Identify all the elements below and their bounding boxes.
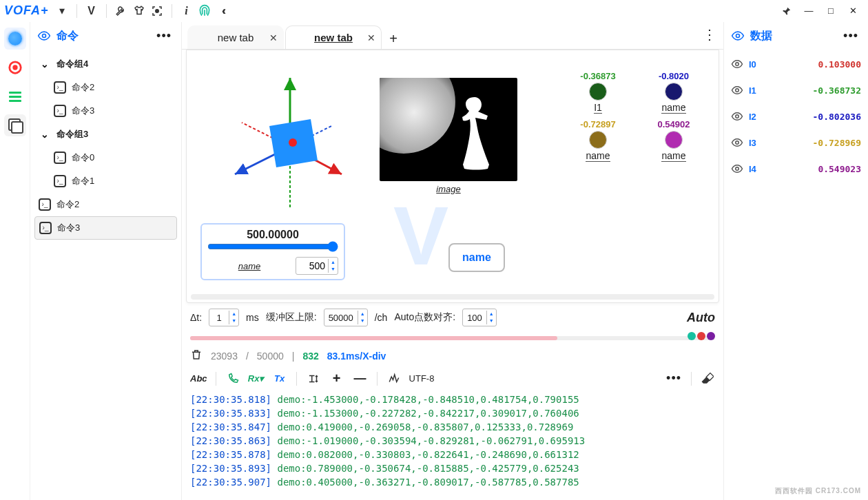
step-up-icon[interactable]: ▲: [358, 311, 367, 317]
data-row[interactable]: I40.549023: [731, 158, 861, 179]
eye-icon[interactable]: [731, 136, 743, 149]
timeline[interactable]: [190, 332, 715, 344]
chevrons-left-icon[interactable]: ‹‹‹: [214, 2, 231, 20]
data-value: -0.802036: [772, 112, 861, 122]
step-down-icon[interactable]: ▼: [358, 317, 367, 324]
tab[interactable]: new tab✕: [187, 25, 284, 49]
wave-icon[interactable]: [386, 371, 402, 387]
widget-image[interactable]: image: [373, 78, 524, 194]
maximize-button[interactable]: □: [820, 1, 842, 21]
phone-icon[interactable]: [225, 371, 241, 387]
tree-item[interactable]: ›_命令2: [34, 193, 177, 216]
step-down-icon[interactable]: ▼: [487, 317, 496, 324]
fingerprint-icon[interactable]: [196, 2, 214, 20]
dt-input[interactable]: 1 ▲▼: [209, 309, 239, 326]
tree-group[interactable]: ⌄命令组4: [34, 52, 177, 76]
wrench-icon[interactable]: [112, 2, 130, 20]
minus-button[interactable]: —: [352, 371, 369, 387]
eye-icon[interactable]: [731, 84, 743, 96]
tab-menu-button[interactable]: ⋮: [703, 26, 716, 43]
tree-item[interactable]: ›_命令2: [34, 76, 177, 99]
color-dot[interactable]: -0.36873I1: [567, 71, 629, 114]
tx-button[interactable]: Tx: [271, 371, 288, 387]
timeline-markers: [688, 332, 715, 340]
step-up-icon[interactable]: ▲: [487, 311, 496, 317]
color-dot[interactable]: 0.54902name: [643, 119, 705, 162]
color-dot[interactable]: -0.8020name: [643, 71, 705, 114]
separator: [216, 372, 216, 386]
tab-close-button[interactable]: ✕: [269, 32, 278, 43]
step-up-icon[interactable]: ▲: [229, 311, 238, 317]
target-icon[interactable]: [148, 2, 166, 20]
rx-button[interactable]: Rx▾: [248, 371, 265, 387]
workspace: new tab✕new tab✕+ ⋮: [182, 22, 723, 500]
close-button[interactable]: ✕: [842, 1, 864, 21]
tree-item[interactable]: ›_命令1: [34, 169, 177, 193]
trash-icon: [190, 348, 203, 361]
widget-3d-axes[interactable]: [221, 71, 359, 222]
v-tool-icon[interactable]: V: [83, 2, 101, 20]
rail-home-button[interactable]: [4, 28, 26, 50]
dropdown-icon[interactable]: ▾: [53, 2, 71, 20]
info-icon[interactable]: i: [178, 2, 196, 20]
rail-menu-button[interactable]: [4, 85, 26, 107]
name-button[interactable]: name: [448, 243, 505, 272]
abc-toggle[interactable]: Abc: [190, 373, 207, 384]
slider-number-input[interactable]: ▲▼: [296, 257, 338, 275]
rail-stack-button[interactable]: [4, 114, 26, 136]
canvas-h-scrollbar[interactable]: [191, 294, 714, 300]
rail-record-button[interactable]: [4, 56, 26, 79]
canvas[interactable]: V image -0.36873I1-0.8020name-0.72897nam…: [187, 50, 719, 291]
minimize-button[interactable]: —: [798, 1, 820, 21]
pin-button[interactable]: [776, 1, 798, 21]
status-used: 23093: [211, 351, 238, 362]
step-down-icon[interactable]: ▼: [229, 317, 238, 324]
text-height-icon[interactable]: [305, 371, 322, 387]
eye-icon[interactable]: [731, 163, 743, 175]
app-name: VOFA+: [4, 3, 49, 18]
buffer-input[interactable]: 50000 ▲▼: [324, 309, 368, 326]
data-row[interactable]: I3-0.728969: [731, 132, 861, 153]
tab-add-button[interactable]: +: [383, 28, 404, 49]
timeline-marker[interactable]: [688, 332, 696, 340]
separator: [172, 4, 172, 18]
chevron-down-icon: ⌄: [39, 128, 51, 140]
stack-icon: [8, 118, 22, 132]
timeline-marker[interactable]: [697, 332, 705, 340]
tree-item[interactable]: ›_命令0: [34, 146, 177, 169]
command-icon: ›_: [54, 105, 66, 117]
eye-icon[interactable]: [731, 110, 743, 123]
tree-item[interactable]: ›_命令3: [34, 99, 177, 123]
auto-toggle[interactable]: Auto: [687, 311, 715, 325]
dot-name: name: [661, 150, 685, 162]
command-icon: ›_: [54, 152, 66, 164]
console-log[interactable]: [22:30:35.818] demo:-1.453000,-0.178428,…: [182, 390, 723, 500]
tab-bar: new tab✕new tab✕+ ⋮: [182, 22, 723, 50]
timeline-marker[interactable]: [707, 332, 715, 340]
sidebar-header: 命令 •••: [30, 22, 181, 50]
align-input[interactable]: 100 ▲▼: [462, 309, 497, 326]
tab-close-button[interactable]: ✕: [367, 32, 375, 43]
tree-item[interactable]: ›_命令3: [34, 216, 177, 240]
data-row[interactable]: I1-0.368732: [731, 80, 861, 101]
tree-group[interactable]: ⌄命令组3: [34, 123, 177, 146]
step-down-icon[interactable]: ▼: [329, 266, 338, 273]
tshirt-icon[interactable]: [130, 2, 148, 20]
color-dot[interactable]: -0.72897name: [567, 119, 629, 162]
data-row[interactable]: I2-0.802036: [731, 106, 861, 127]
slider-number-field[interactable]: [296, 260, 328, 271]
step-up-icon[interactable]: ▲: [329, 259, 338, 266]
slider-track[interactable]: [207, 241, 338, 252]
widget-slider[interactable]: 500.00000 name ▲▼: [200, 223, 345, 280]
console-more-button[interactable]: •••: [663, 370, 684, 387]
eraser-button[interactable]: [699, 371, 715, 387]
eye-icon[interactable]: [731, 58, 743, 70]
plus-button[interactable]: +: [329, 371, 345, 387]
data-row[interactable]: I00.103000: [731, 54, 861, 74]
tab[interactable]: new tab✕: [285, 25, 382, 49]
svg-point-17: [736, 167, 739, 171]
data-more-button[interactable]: •••: [840, 28, 861, 45]
sidebar-more-button[interactable]: •••: [154, 28, 174, 45]
encoding-label[interactable]: UTF-8: [409, 373, 435, 384]
trash-button[interactable]: [190, 348, 203, 363]
